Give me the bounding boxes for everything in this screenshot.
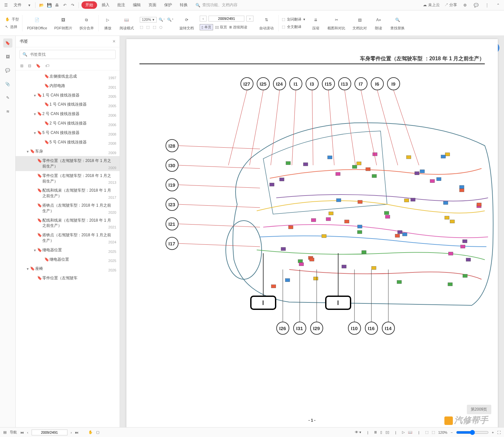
bookmark-panel-icon[interactable]: 🔖 (3, 38, 12, 48)
auto-scroll[interactable]: ⇅自动滚动 (256, 14, 277, 32)
bookmark-item[interactable]: 🔖 搭铁点（左驾驶车型：2018 年 1 月之前生产） 2020 (16, 201, 120, 216)
sb-first-icon[interactable]: ⏮ (20, 430, 24, 434)
read-mode[interactable]: 📖阅读模式 (116, 14, 137, 32)
sb-continuous-icon[interactable]: ≣ (374, 430, 377, 434)
compress[interactable]: ⇊压缩 (308, 14, 324, 32)
bookmark-item[interactable]: 🔖 零件位置（左驾驶车型：2018 年 1 月之前生产） 2009 (16, 156, 120, 171)
prev-page-btn[interactable]: ‹ (200, 16, 207, 22)
bookmark-toggle-icon[interactable] (40, 139, 44, 140)
zoom-select[interactable]: 120% ▾ (140, 17, 157, 22)
find-replace[interactable]: 🔍查找替换 (387, 14, 408, 32)
bookmark-tool-icon[interactable]: 🔖 (36, 64, 41, 68)
sb-prev-icon[interactable]: ‹ (27, 430, 28, 434)
hand-tool[interactable]: ✋ 手型 (5, 17, 19, 22)
bookmark-item[interactable]: ▾ 🔖 车身 2009 (16, 147, 120, 156)
sb-zoom-value[interactable]: 120% (438, 430, 447, 434)
double-page-btn[interactable]: ▯▯ 双页 (215, 25, 227, 30)
more-icon[interactable]: ⋮ (484, 2, 490, 8)
bookmark-item[interactable]: 🔖 继电器位置 2025 (16, 255, 120, 264)
file-menu[interactable]: 文件 (10, 1, 25, 9)
text-compare[interactable]: ▤文档比对 (349, 14, 370, 32)
sb-eye-icon[interactable]: 👁 ▾ (355, 430, 361, 434)
fit-page-icon[interactable]: ⬚ (146, 25, 150, 29)
sb-hand-icon[interactable]: ✋ (88, 430, 93, 434)
bookmark-item[interactable]: ▾ 🔖 2 号 CAN 接线连接器 2006 (16, 109, 120, 119)
bookmark-toggle-icon[interactable]: ▾ (33, 247, 37, 253)
zoom-in-icon[interactable]: 🔍⁺ (167, 18, 174, 22)
tab-edit[interactable]: 编辑 (130, 1, 144, 9)
sb-fit1-icon[interactable]: ⬚ (425, 430, 428, 434)
tab-annotate[interactable]: 批注 (114, 1, 128, 9)
collapse-all-icon[interactable]: ⊟ (28, 64, 31, 68)
gear-icon[interactable]: ⚙ (462, 2, 468, 8)
bookmark-item[interactable]: 🔖 搭铁点（右驾驶车型：2018 年 1 月之前生产） 2024 (16, 230, 120, 245)
sb-fit2-icon[interactable]: ⬚ (432, 430, 435, 434)
layers-panel-icon[interactable]: ≋ (3, 107, 12, 116)
cloud-status[interactable]: ☁ 未上云 (423, 2, 439, 8)
sb-last-icon[interactable]: ⏭ (75, 430, 79, 434)
sb-fullscreen-icon[interactable]: ⛶ (497, 430, 501, 434)
bookmark-item[interactable]: 🔖 零件位置（右驾驶车型：2018 年 1 月之前生产） 2013 (16, 171, 120, 186)
bookmark-item[interactable]: 🔖 5 号 CAN 接线连接器 2008 (16, 138, 120, 147)
bookmark-toggle-icon[interactable] (33, 173, 37, 174)
bookmark-toggle-icon[interactable]: ▾ (33, 130, 37, 135)
sb-zoom-slider[interactable] (456, 430, 489, 435)
bookmark-item[interactable]: 🔖 配线和线束（左驾驶车型：2018 年 1 月之前生产） 2017 (16, 186, 120, 201)
bookmark-toggle-icon[interactable] (40, 74, 44, 74)
bookmark-item[interactable]: ▾ 🔖 1 号 CAN 接线连接器 2005 (16, 91, 120, 100)
bookmark-toggle-icon[interactable] (33, 275, 37, 276)
bookmark-item[interactable]: 🔖 1 号 CAN 接线连接器 2005 (16, 100, 120, 109)
expand-all-icon[interactable]: ⊞ (20, 64, 23, 68)
bookmark-toggle-icon[interactable]: ▾ (33, 111, 37, 116)
global-search[interactable]: 🔍 查找功能、文档内容 (195, 2, 422, 8)
bookmark-item[interactable]: ▾ 🔖 座椅 2026 (16, 264, 120, 273)
screenshot-compare[interactable]: ✂截图和对比 (324, 14, 349, 32)
next-page-btn[interactable]: › (246, 16, 253, 22)
bookmark-add-icon[interactable]: 🏷 (45, 64, 49, 68)
collapse-icon[interactable]: ⌃ (495, 2, 501, 8)
bookmark-toggle-icon[interactable] (40, 121, 44, 121)
tab-start[interactable]: 开始 (81, 1, 97, 9)
sb-page-input[interactable] (32, 430, 67, 435)
split-merge[interactable]: ⧉拆分合并 (76, 14, 97, 32)
sb-nav-label[interactable]: 导航 (10, 430, 17, 435)
marquee-icon[interactable]: ◌ (159, 25, 163, 29)
bookmark-toggle-icon[interactable] (33, 188, 37, 188)
tab-protect[interactable]: 保护 (161, 1, 175, 9)
continuous-btn[interactable]: ≣ 连续阅读 (229, 25, 247, 30)
bookmark-search[interactable]: 🔍 (20, 50, 116, 59)
comment-panel-icon[interactable]: 💬 (3, 66, 12, 75)
bookmark-toggle-icon[interactable] (33, 158, 37, 159)
bookmark-search-input[interactable] (30, 52, 113, 57)
open-icon[interactable]: 📂 (38, 2, 45, 8)
tab-insert[interactable]: 插入 (98, 1, 113, 9)
fit-width-icon[interactable]: ⬚ (140, 25, 143, 29)
close-sidebar-icon[interactable]: ✕ (112, 39, 116, 44)
rotate-doc[interactable]: ⟳旋转文档 (176, 14, 197, 32)
read-aloud[interactable]: A»朗读 (371, 14, 386, 32)
redo-icon[interactable]: ↷ (69, 2, 76, 8)
sb-next-icon[interactable]: › (71, 430, 72, 434)
sb-read-icon[interactable]: 📖 (408, 430, 412, 434)
pdf-to-image[interactable]: 🖼PDF转图片 (51, 14, 76, 32)
attachment-panel-icon[interactable]: 📎 (3, 80, 12, 89)
select-tool[interactable]: ↖ 选择 (5, 24, 19, 29)
menu-icon[interactable]: ☰ (3, 2, 9, 8)
undo-icon[interactable]: ↶ (62, 2, 68, 8)
pdf-to-office[interactable]: 📄PDF转Office (24, 14, 50, 32)
sb-zoom-out-icon[interactable]: − (451, 430, 453, 434)
share-button[interactable]: ↗ 分享 (444, 2, 457, 8)
sb-note-icon[interactable]: ▢ (96, 430, 99, 434)
bookmark-toggle-icon[interactable] (40, 83, 44, 84)
page-input[interactable] (209, 16, 244, 22)
bookmark-item[interactable]: 🔖 零件位置（左驾驶车 (16, 273, 120, 283)
document-viewport[interactable]: 🤖 车身零件位置（左驾驶车型 ：2018 年 1 月之前生产） I27I25I2… (120, 36, 504, 427)
sb-zoom-in-icon[interactable]: + (492, 430, 494, 434)
bookmark-toggle-icon[interactable]: ▾ (25, 149, 30, 154)
full-translate[interactable]: ⬚ 全文翻译 (282, 24, 305, 29)
actual-size-icon[interactable]: ⬚ (153, 25, 156, 29)
zoom-out-icon[interactable]: 🔍⁻ (159, 18, 165, 22)
bookmark-item[interactable]: 🔖 2 号 CAN 接线连接器 2006 (16, 119, 120, 128)
bookmark-item[interactable]: 🔖 左侧接线盒总成 1997 (16, 72, 120, 81)
chevron-down-icon[interactable]: ▾ (26, 2, 33, 8)
